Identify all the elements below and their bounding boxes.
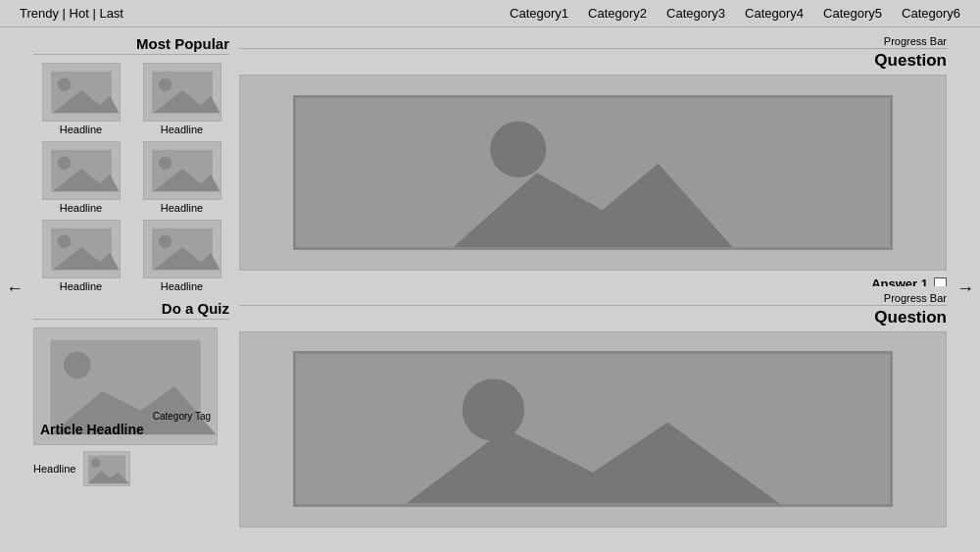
quiz-image-2 [239,331,947,527]
quiz-card-overlay: Category Tag Article Headline [34,405,217,444]
nav-cat-5[interactable]: Category5 [823,6,882,21]
thumbnail-image [42,220,121,278]
below-quiz-item[interactable]: Headline [33,451,229,486]
progress-bar-label-2: Progress Bar [239,292,947,306]
question-title-1: Question [239,51,947,71]
quiz-image-1 [239,75,947,271]
quiz-section: Do a Quiz Category Tag Article Headline [33,300,229,486]
list-item[interactable]: Headline [33,220,128,292]
answer-checkbox-1[interactable] [934,277,947,286]
nav-cat-3[interactable]: Category3 [666,6,725,21]
list-item[interactable]: Headline [33,141,128,214]
nav-cat-4[interactable]: Category4 [745,6,804,21]
below-quiz-label: Headline [33,463,75,475]
svg-point-2 [57,78,71,92]
thumb-label: Headline [161,202,203,214]
list-item[interactable]: Headline [134,63,229,135]
thumb-label: Headline [161,124,203,135]
answers-list: Answer 1 Answer 2 Answer 3 Answer 4 [239,276,947,286]
most-popular-title: Most Popular [33,35,229,55]
nav-trendy[interactable]: Trendy | Hot | Last [20,6,123,21]
left-column: Most Popular Headline [33,35,229,542]
list-item[interactable]: Headline [134,220,229,292]
list-item[interactable]: Headline [33,63,128,135]
thumb-label: Headline [60,124,102,135]
quiz-block-1: Progress Bar Question Answer 1 [239,35,947,286]
quiz-section-title: Do a Quiz [33,300,229,320]
small-thumbnail [83,451,130,486]
svg-point-6 [158,78,172,92]
thumbnail-image [42,63,121,122]
svg-point-14 [158,157,172,171]
nav-categories: Category1 Category2 Category3 Category4 … [510,6,960,21]
list-item[interactable]: Headline [134,141,229,214]
svg-point-26 [64,352,91,379]
thumbnail-image [143,220,221,278]
right-arrow[interactable]: → [951,27,980,550]
nav-cat-2[interactable]: Category2 [588,6,647,21]
svg-point-36 [463,379,524,441]
svg-point-18 [57,235,71,249]
thumbnail-image [42,141,121,200]
progress-bar-label-1: Progress Bar [239,35,947,49]
center-content: Most Popular Headline [29,27,951,550]
thumbnail-image [143,63,221,122]
quiz-block-2: Progress Bar Question [239,292,947,543]
thumbnail-image [143,141,221,200]
quiz-image-inner-1 [293,95,893,250]
nav-cat-1[interactable]: Category1 [510,6,568,21]
svg-point-10 [57,157,71,171]
right-arrow-icon: → [956,278,974,299]
quiz-card[interactable]: Category Tag Article Headline [33,327,218,445]
svg-point-22 [158,235,172,249]
nav-cat-6[interactable]: Category6 [902,6,960,21]
svg-point-33 [490,122,546,177]
thumb-label: Headline [60,202,102,214]
main-layout: ← Most Popular Headline [0,27,980,550]
article-headline: Article Headline [40,422,211,438]
left-arrow[interactable]: ← [0,27,29,550]
quiz-image-inner-2 [293,351,893,506]
svg-point-30 [91,458,101,468]
left-arrow-icon: ← [6,278,24,299]
question-title-2: Question [239,308,947,327]
thumb-label: Headline [60,280,102,292]
answer-label-1: Answer 1 [871,276,928,286]
answer-item-1[interactable]: Answer 1 [871,276,947,286]
top-nav: Trendy | Hot | Last Category1 Category2 … [0,0,980,27]
thumb-label: Headline [161,280,203,292]
most-popular-grid: Headline Headline [33,63,229,292]
category-tag: Category Tag [40,411,211,422]
right-column: Progress Bar Question Answer 1 [239,35,947,542]
